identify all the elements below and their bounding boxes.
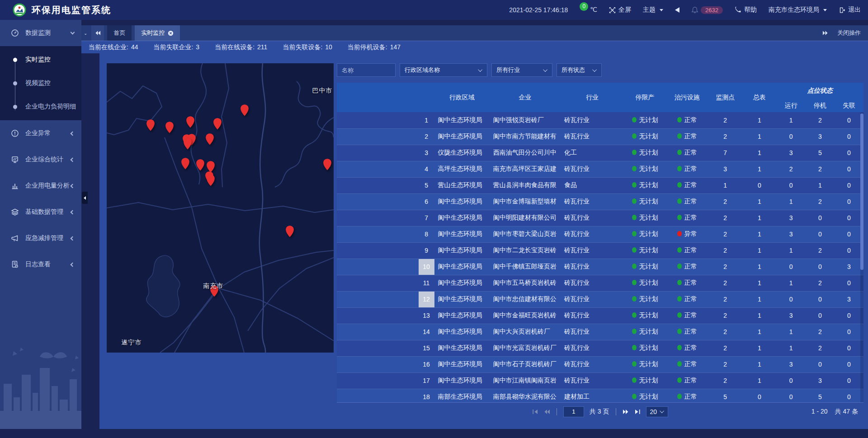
sidebar-item-enterprise-statistics[interactable]: 企业综合统计 (0, 146, 81, 173)
map[interactable]: 巴中市南充市遂宁市 (107, 63, 334, 353)
tabs-scroll-left-button[interactable] (91, 25, 104, 41)
temperature-indicator: 0 ℃ (580, 6, 597, 14)
status-dot (677, 312, 682, 318)
name-filter-input[interactable] (337, 63, 396, 77)
log-file-icon (11, 260, 20, 268)
chevron-left-icon (84, 196, 86, 200)
sidebar-item-log-view[interactable]: 日志查看 (0, 251, 81, 278)
sidebar-collapse-handle[interactable] (82, 192, 88, 204)
col-header-lost: 失联 (835, 99, 863, 112)
close-operations-button[interactable]: 关闭操作 (837, 29, 861, 37)
phone-icon (735, 7, 741, 14)
table-row[interactable]: 2阆中生态环境局阆中市南方节能建材有砖瓦行业无计划正常21030 (337, 128, 863, 145)
table-row[interactable]: 5营山生态环境局营山县润丰肉食品有限食品无计划正常10010 (337, 177, 863, 193)
double-chevron-left-icon (544, 409, 550, 414)
fullscreen-button[interactable]: 全屏 (609, 6, 631, 14)
fullscreen-icon (609, 7, 616, 14)
table-row[interactable]: 4高坪生态环境局南充市高坪区王家店建砖瓦行业无计划正常31220 (337, 161, 863, 177)
scrollbar-thumb[interactable] (860, 113, 863, 270)
sidebar-item-base-data-management[interactable]: 基础数据管理 (0, 199, 81, 225)
double-chevron-left-icon (95, 30, 101, 36)
city-label: 遂宁市 (122, 339, 142, 347)
double-chevron-right-icon[interactable] (822, 30, 828, 36)
tab-home[interactable]: 首页 (107, 25, 132, 41)
chevron-left-icon (71, 236, 75, 240)
region-filter-select[interactable]: 行政区域名称 (400, 63, 487, 77)
table-row[interactable]: 12阆中生态环境局阆中市忠信建材有限公砖瓦行业无计划正常21003 (337, 291, 863, 307)
first-page-button[interactable] (532, 409, 538, 414)
sidebar-item-data-monitoring[interactable]: 数据监测 (0, 20, 81, 46)
col-header-monitor: 监测点 (708, 83, 742, 112)
content-area: 巴中市南充市遂宁市 行政区域名称 所有行业 所有状态 (81, 53, 868, 429)
stat-online-devices: 当前在线设备:211 (215, 43, 267, 52)
app-logo-icon (13, 3, 26, 17)
table-row[interactable]: 17阆中生态环境局阆中市江南镇阆南页岩砖瓦行业无计划正常21030 (337, 372, 863, 389)
stats-bar: 当前在线企业:44 当前失联企业:3 当前在线设备:211 当前失联设备:10 … (81, 41, 868, 53)
enterprise-table: 行政区域 企业 行业 停限产 治污设施 监测点 总表 点位状态 运行 (337, 83, 863, 402)
page-number-input[interactable] (563, 406, 584, 417)
notification-bell[interactable]: 2632 (691, 6, 723, 14)
tab-realtime-monitoring[interactable]: 实时监控 (135, 25, 180, 41)
sidebar-item-realtime-monitoring[interactable]: 实时监控 (0, 48, 81, 71)
table-row[interactable]: 14阆中生态环境局阆中大兴页岩机砖厂砖瓦行业无计划正常21120 (337, 324, 863, 340)
sidebar-item-enterprise-abnormal[interactable]: 企业异常 (0, 120, 81, 146)
last-page-button[interactable] (634, 409, 641, 414)
chevron-down-icon (660, 409, 664, 413)
table-row[interactable]: 6阆中生态环境局阆中市金博瑞新型墙材砖瓦行业无计划正常21120 (337, 193, 863, 210)
status-dot (677, 133, 682, 139)
next-page-button[interactable] (623, 409, 629, 414)
map-city-labels: 巴中市南充市遂宁市 (107, 63, 334, 353)
bullet-icon (13, 58, 17, 62)
sidebar-item-power-usage-analysis[interactable]: 企业用电量分析 (0, 173, 81, 199)
table-row[interactable]: 7阆中生态环境局阆中明阳建材有限公司砖瓦行业无计划正常21300 (337, 210, 863, 226)
pagination-summary: 1 - 20 共 47 条 (811, 408, 858, 416)
status-dot (632, 361, 637, 367)
tab-close-icon[interactable] (168, 30, 174, 36)
bullet-icon (13, 81, 17, 85)
filter-bar: 行政区域名称 所有行业 所有状态 (337, 63, 863, 77)
status-dot (677, 182, 682, 188)
status-dot (632, 312, 637, 318)
sidebar-item-video-monitoring[interactable]: 视频监控 (0, 71, 81, 95)
chevron-left-icon (71, 184, 75, 188)
table-row[interactable]: 1阆中生态环境局阆中强锐页岩砖厂砖瓦行业无计划正常21120 (337, 112, 863, 128)
status-dot (677, 166, 682, 171)
chevron-left-icon (71, 157, 75, 162)
table-row[interactable]: 15阆中生态环境局阆中市光富页岩机砖厂砖瓦行业无计划正常21120 (337, 340, 863, 356)
megaphone-icon (11, 234, 20, 242)
status-dot (632, 247, 637, 253)
status-dot (677, 329, 682, 334)
table-row[interactable]: 18南部生态环境局南部县砌华水泥有限公建材加工无计划正常50050 (337, 389, 863, 402)
table-row[interactable]: 11阆中生态环境局阆中市五马桥页岩机砖砖瓦行业无计划正常21120 (337, 275, 863, 291)
chevron-down-icon (478, 67, 482, 72)
tabbar-collapse-icon[interactable]: ⌄ (81, 25, 89, 41)
table-row[interactable]: 16阆中生态环境局阆中市石子页岩机砖厂砖瓦行业无计划正常21300 (337, 356, 863, 372)
sidebar-item-emergency-reduction[interactable]: 应急减排管理 (0, 225, 81, 251)
sidebar-item-power-load-detail[interactable]: 企业电力负荷明细 (0, 95, 81, 118)
prev-page-button[interactable] (544, 409, 550, 414)
theme-dropdown[interactable]: 主题 (643, 6, 663, 14)
col-header-stopped: 停机 (806, 99, 835, 112)
board-icon (11, 155, 20, 164)
status-dot (677, 247, 682, 253)
table-row[interactable]: 13阆中生态环境局阆中市金福旺页岩机砖砖瓦行业无计划正常21300 (337, 307, 863, 324)
table-row[interactable]: 8阆中生态环境局阆中市枣碧大梁山页岩砖瓦行业无计划异常21300 (337, 226, 863, 242)
table-row[interactable]: 3仪陇生态环境局西南油气田分公司川中化工无计划正常71350 (337, 145, 863, 161)
help-button[interactable]: 帮助 (735, 6, 757, 14)
status-filter-select[interactable]: 所有状态 (557, 63, 602, 77)
logout-button[interactable]: 退出 (839, 6, 861, 14)
table-scrollbar[interactable] (860, 113, 863, 402)
status-dot (632, 345, 637, 350)
tab-bar: ⌄ 首页 实时监控 关闭操作 (81, 25, 868, 41)
page-size-select[interactable]: 20 (646, 406, 669, 417)
status-dot (632, 117, 637, 122)
table-row[interactable]: 10阆中生态环境局阆中千佛镇五郎垭页岩砖瓦行业无计划正常21003 (337, 259, 863, 275)
status-dot (677, 280, 682, 285)
table-row[interactable]: 9阆中生态环境局阆中市二龙长宝页岩砖砖瓦行业无计划正常21120 (337, 242, 863, 259)
org-dropdown[interactable]: 南充市生态环境局 (769, 6, 827, 14)
city-label: 巴中市 (312, 87, 332, 95)
chevron-down-icon (660, 9, 663, 11)
industry-filter-select[interactable]: 所有行业 (491, 63, 552, 77)
mute-button[interactable] (675, 7, 679, 13)
stat-offline-enterprises: 当前失联企业:3 (153, 43, 199, 52)
